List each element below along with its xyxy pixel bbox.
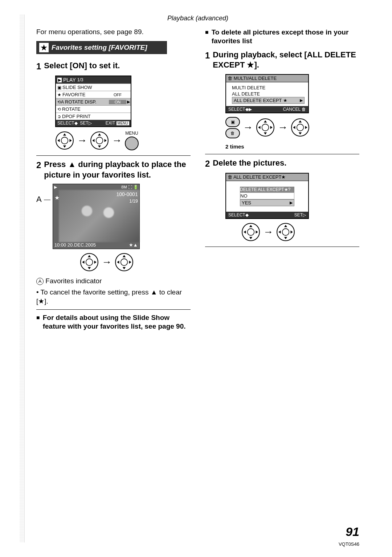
svg-marker-10 [92, 139, 94, 142]
arrow-right-icon: → [263, 226, 273, 238]
svg-marker-44 [284, 225, 287, 227]
right-column: ■ To delete all pictures except those in… [205, 28, 359, 335]
right-step-2: 2 Delete the pictures. [205, 158, 359, 169]
svg-point-13 [86, 259, 93, 266]
rotate-disp-icon: ⟲A [57, 99, 64, 105]
svg-point-7 [96, 137, 103, 144]
note-cancel-favorite: • To cancel the favorite setting, press … [36, 288, 191, 306]
step-number: 2 [205, 158, 210, 169]
confirm-question: DELETE ALL EXCEPT★? [240, 187, 294, 192]
photo-count: 1/19 [129, 199, 138, 204]
divider [36, 309, 191, 310]
svg-point-37 [248, 229, 254, 236]
svg-point-31 [297, 124, 304, 131]
arrow-right-icon: → [243, 122, 253, 133]
svg-marker-26 [264, 120, 267, 122]
dpad-sequence-4: → [241, 223, 359, 241]
banner-text: Favorites setting [FAVORITE] [52, 44, 147, 52]
dpad-icon [90, 131, 109, 150]
arrow-right-icon: → [102, 256, 112, 268]
chevron-right-icon: ▶ [126, 99, 131, 104]
svg-marker-16 [82, 261, 84, 264]
svg-marker-35 [305, 126, 307, 129]
arrow-right-icon: → [278, 122, 288, 133]
square-bullet-icon: ■ [205, 29, 209, 45]
svg-marker-4 [57, 139, 60, 142]
menu-header: ▶ PLAY 1/3 [56, 76, 131, 84]
confirm-title: 🗑 ALL DELETE EXCEPT★ [226, 174, 308, 181]
step-number: 1 [205, 50, 210, 70]
dpad-icon [291, 118, 310, 137]
option-all-delete: ALL DELETE [232, 91, 305, 97]
svg-point-25 [262, 124, 269, 131]
divider [205, 154, 359, 154]
svg-marker-2 [63, 133, 66, 135]
section-header: Playback (advanced) [36, 15, 359, 22]
menu-page-fraction: 1/3 [77, 77, 83, 82]
dpad-icon [256, 118, 275, 137]
manual-page: Playback (advanced) For menu operations,… [0, 0, 392, 557]
playback-screen: ▶ 8M ⛶ 🔋 ★ 100-0001 1/19 10:00 20.DEC.20… [53, 184, 140, 249]
svg-marker-47 [291, 231, 293, 233]
step-text: During playback, select [ALL DELETE EXCE… [213, 50, 359, 70]
dpad-icon [55, 131, 74, 150]
dpad-icon [80, 253, 99, 272]
star-icon: ★ [39, 43, 49, 52]
svg-marker-21 [123, 267, 126, 269]
svg-marker-45 [284, 237, 287, 239]
left-column: For menu operations, see page 89. ★ Favo… [36, 28, 191, 335]
confirm-delete-screen: 🗑 ALL DELETE EXCEPT★ DELETE ALL EXCEPT★?… [225, 173, 309, 219]
right-step-1: 1 During playback, select [ALL DELETE EX… [205, 50, 359, 70]
svg-marker-17 [94, 261, 97, 264]
confirm-yes: YES▶ [240, 199, 294, 206]
dpad-sequence-1: → → MENU [55, 131, 191, 150]
svg-marker-15 [88, 267, 91, 269]
menu-row-slideshow: ▣SLIDE SHOW [56, 84, 131, 91]
trash-button-stack: ▣ 🗑 [225, 117, 240, 138]
arrow-right-icon: → [77, 135, 87, 146]
dpof-icon: ➲ [57, 114, 61, 119]
svg-point-19 [121, 259, 128, 266]
divider [205, 247, 359, 247]
intro-text: For menu operations, see page 89. [36, 28, 191, 36]
chevron-right-icon: ▶ [290, 200, 293, 205]
delete-menu-screen: 🗑 MULTI/ALL DELETE MULTI DELETE ALL DELE… [225, 74, 309, 113]
photo-content [59, 190, 139, 242]
dpad-sequence-3: ▣ 🗑 → → [225, 117, 359, 138]
menu-row-dpof: ➲DPOF PRINT [56, 113, 131, 120]
svg-marker-8 [98, 133, 101, 135]
step-text: Select [ON] to set it. [44, 61, 120, 72]
slideshow-note: ■ For details about using the Slide Show… [36, 313, 191, 331]
svg-marker-29 [270, 126, 273, 129]
confirm-footer: SELECT◆ SET▷ [226, 212, 308, 218]
delete-except-heading: ■ To delete all pictures except those in… [205, 28, 359, 45]
favorite-indicator-icon: ★ [54, 194, 60, 201]
svg-marker-40 [244, 231, 246, 233]
multi-icon: ▣ [225, 117, 240, 127]
step-number: 2 [36, 159, 41, 180]
svg-marker-38 [249, 225, 252, 227]
menu-label: MENU [117, 121, 129, 125]
svg-marker-11 [105, 139, 107, 142]
option-all-delete-except: ALL DELETE EXCEPT ★ ▶ [232, 97, 305, 104]
star-up-icon: ★▲ [129, 242, 138, 248]
menu-row-favorite: ★FAVORITE OFF [56, 91, 131, 98]
callout-line [44, 200, 50, 200]
arrow-right-icon: → [112, 135, 122, 146]
svg-point-1 [61, 137, 68, 144]
svg-marker-22 [117, 261, 119, 264]
svg-marker-27 [264, 133, 267, 135]
svg-marker-3 [63, 146, 66, 148]
svg-marker-32 [299, 120, 302, 122]
dpad-icon [115, 253, 134, 272]
note-favorites-indicator: A Favorites indicator [36, 277, 191, 286]
menu-button-icon [125, 137, 139, 150]
svg-marker-23 [129, 261, 131, 264]
chevron-right-icon: ▶ [300, 98, 303, 103]
menu-title: PLAY [63, 77, 76, 83]
callout-a: A [36, 195, 42, 204]
option-multi-delete: MULTI DELETE [232, 85, 305, 91]
two-times-label: 2 times [225, 143, 359, 150]
favorites-banner: ★ Favorites setting [FAVORITE] [36, 41, 167, 54]
dpad-icon [276, 223, 295, 241]
